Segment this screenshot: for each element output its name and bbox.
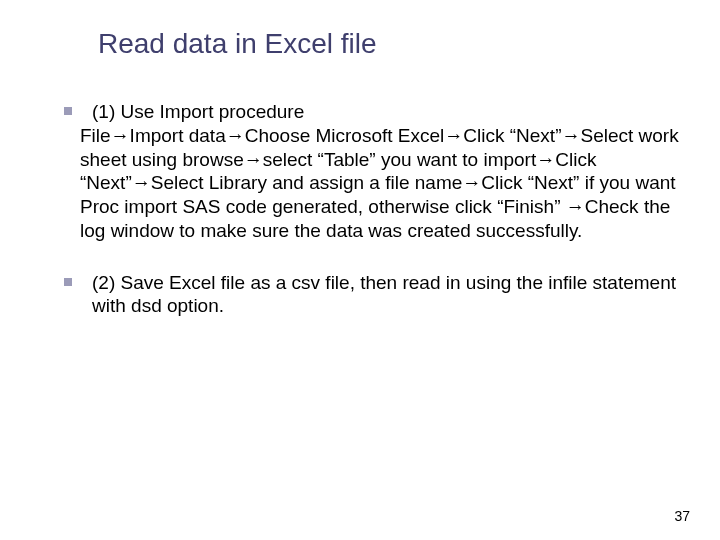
square-bullet-icon [64, 278, 72, 286]
bullet-item: (2) Save Excel file as a csv file, then … [60, 271, 680, 319]
square-bullet-icon [64, 107, 72, 115]
bullet-item: (1) Use Import procedure File→Import dat… [60, 100, 680, 243]
slide: Read data in Excel file (1) Use Import p… [0, 0, 720, 540]
slide-body: (1) Use Import procedure File→Import dat… [60, 100, 680, 346]
bullet-lead-text: (2) Save Excel file as a csv file, then … [92, 271, 680, 319]
bullet-continuation-text: File→Import data→Choose Microsoft Excel→… [80, 124, 680, 243]
bullet-lead-text: (1) Use Import procedure [92, 100, 680, 124]
slide-title: Read data in Excel file [98, 28, 377, 60]
page-number: 37 [674, 508, 690, 524]
